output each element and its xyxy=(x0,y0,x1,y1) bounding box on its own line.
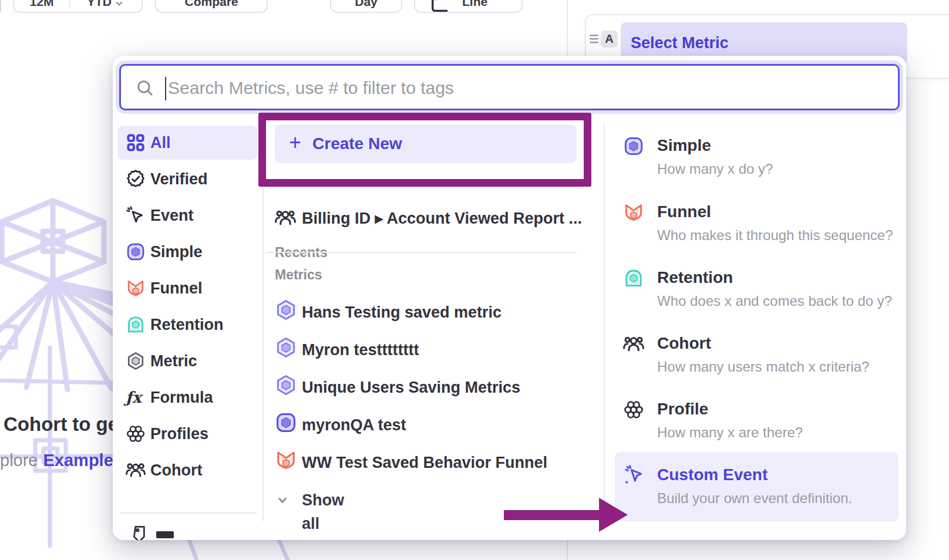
sidebar-divider xyxy=(120,512,257,514)
funnel-icon xyxy=(623,202,644,223)
annotation-rectangle xyxy=(258,113,591,187)
range-ytd-label: YTD xyxy=(87,0,112,9)
sidebar-item-label: Retention xyxy=(150,308,224,342)
compare-label: Compare xyxy=(156,0,267,9)
cohort-people-icon xyxy=(126,460,146,480)
sidebar-item-cohort[interactable]: Cohort xyxy=(117,453,257,487)
metric-type-desc: How many x are there? xyxy=(657,421,803,444)
sidebar-item-label: Metric xyxy=(150,344,197,378)
metric-type-retention[interactable]: Retention Who does x and comes back to d… xyxy=(608,266,902,325)
sidebar-item-label: Profiles xyxy=(150,417,208,451)
funnel-icon xyxy=(126,278,146,298)
metric-type-title: Cohort xyxy=(657,332,711,355)
profiles-flower-icon xyxy=(126,424,146,444)
cohort-people-icon xyxy=(623,333,644,355)
show-all-label: Show all (29) xyxy=(302,488,344,540)
grid-icon xyxy=(126,133,146,153)
metric-type-title: Custom Event xyxy=(657,464,768,486)
explore-prefix: plore xyxy=(0,451,38,470)
range-ytd-button[interactable]: YTD xyxy=(69,0,142,9)
sidebar-item-simple[interactable]: Simple xyxy=(117,235,257,269)
example-reports-link[interactable]: Example xyxy=(43,451,113,470)
funnel-icon xyxy=(275,449,297,474)
sidebar-item-label: All xyxy=(150,126,171,160)
metric-hexagon-icon xyxy=(126,351,146,371)
simple-icon xyxy=(126,242,146,262)
saved-metric-label: Unique Users Saving Metrics xyxy=(302,373,520,402)
empty-state-explore: ploreExample xyxy=(0,451,113,470)
saved-metric-hexagon-icon xyxy=(275,299,297,323)
cohort-people-icon xyxy=(275,207,296,231)
chevron-down-icon xyxy=(115,0,124,9)
event-cursor-icon xyxy=(126,205,146,225)
sidebar-item-retention[interactable]: Retention xyxy=(117,308,257,342)
metric-type-desc: How many users match x criteria? xyxy=(657,356,869,378)
series-badge: A xyxy=(601,31,618,48)
metrics-header: Metrics xyxy=(275,267,322,283)
metric-type-desc: Who makes it through this sequence? xyxy=(657,224,893,247)
clipped-button-edge xyxy=(0,0,1,12)
sidebar-item-all[interactable]: All xyxy=(117,126,257,160)
recent-item-label: Billing ID ▸ Account Viewed Report ... xyxy=(302,204,582,233)
custom-event-icon xyxy=(623,465,644,486)
simple-icon xyxy=(623,136,644,157)
metric-type-title: Simple xyxy=(657,134,711,157)
metric-type-title: Funnel xyxy=(657,201,711,223)
annotation-arrow-head xyxy=(599,498,628,532)
metric-type-simple[interactable]: Simple How many x do y? xyxy=(608,134,902,193)
sidebar-item-label: Cohort xyxy=(150,453,202,487)
metric-type-cohort[interactable]: Cohort How many users match x criteria? xyxy=(608,332,902,391)
saved-metric-label: Hans Testing saved metric xyxy=(302,298,502,327)
text-caret xyxy=(165,77,166,100)
saved-metric-label: myronQA test xyxy=(302,410,406,440)
metric-type-title: Profile xyxy=(657,398,708,420)
sidebar-item-label: Formula xyxy=(150,380,213,414)
search-icon xyxy=(135,78,155,98)
sidebar-item-label: Funnel xyxy=(150,271,203,305)
metric-type-desc: How many x do y? xyxy=(657,158,773,180)
saved-metric-label: WW Test Saved Behavior Funnel xyxy=(302,448,547,477)
tag-icon xyxy=(130,523,149,540)
section-divider xyxy=(267,252,577,253)
sidebar-item-label: Simple xyxy=(150,235,203,269)
profiles-flower-icon xyxy=(623,399,644,420)
compare-button[interactable]: Compare xyxy=(155,0,268,13)
saved-metric-hexagon-icon xyxy=(275,374,297,399)
metric-type-title: Retention xyxy=(657,266,733,289)
metric-type-funnel[interactable]: Funnel Who makes it through this sequenc… xyxy=(608,201,902,259)
sidebar-item-tag-clipped[interactable] xyxy=(130,523,149,540)
drag-handle-icon[interactable] xyxy=(590,35,600,43)
search-box xyxy=(119,64,900,110)
line-label: Line xyxy=(462,0,487,9)
metric-type-desc: Build your own event definition. xyxy=(657,487,852,510)
saved-metric-label: Myron testttttttt xyxy=(302,335,419,365)
sidebar-item-metric[interactable]: Metric xyxy=(117,344,257,378)
verified-icon xyxy=(126,169,146,189)
clipped-label-fragment xyxy=(156,531,174,538)
empty-state-headline: Cohort to ge xyxy=(4,413,119,436)
sidebar-item-verified[interactable]: Verified xyxy=(117,162,257,196)
chevron-down-icon xyxy=(276,494,289,509)
metric-type-desc: Who does x and comes back to do y? xyxy=(657,290,892,312)
sidebar-item-formula[interactable]: ƒx Formula xyxy=(117,380,257,414)
line-chart-icon xyxy=(429,0,449,13)
annotation-arrow xyxy=(504,510,600,520)
day-label: Day xyxy=(331,0,401,9)
saved-metric-hexagon-icon xyxy=(275,336,297,361)
metric-type-profile[interactable]: Profile How many x are there? xyxy=(608,398,902,457)
range-12m-button[interactable]: 12M xyxy=(14,0,69,9)
sidebar-item-event[interactable]: Event xyxy=(117,198,257,232)
sidebar-item-profiles[interactable]: Profiles xyxy=(117,417,257,451)
sidebar-item-funnel[interactable]: Funnel xyxy=(117,271,257,305)
sidebar-item-label: Event xyxy=(150,198,194,232)
simple-icon xyxy=(275,411,297,436)
metric-type-custom-event[interactable]: Custom Event Build your own event defini… xyxy=(608,464,902,522)
granularity-day-button[interactable]: Day xyxy=(330,0,402,13)
sidebar-item-label: Verified xyxy=(150,162,208,196)
column-divider xyxy=(604,123,605,521)
date-range-segmented-control[interactable]: 12M YTD xyxy=(13,0,143,13)
retention-icon xyxy=(623,268,644,289)
formula-icon: ƒx xyxy=(126,387,146,407)
chart-type-line-button[interactable]: Line xyxy=(414,0,523,13)
metric-search-input[interactable] xyxy=(167,66,892,110)
